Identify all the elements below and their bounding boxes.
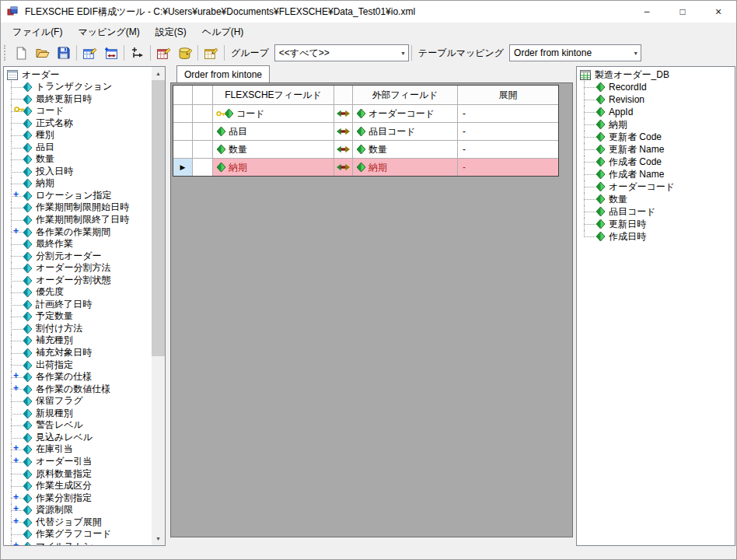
tree-connector [11,468,24,481]
tree-item[interactable]: オーダー分割状態 [4,275,152,287]
mapping-row[interactable]: 数量 [173,141,558,159]
tree-item[interactable]: 新規種別 [4,408,152,420]
menu-item[interactable]: ヘルプ(H) [194,23,252,41]
menu-item[interactable]: マッピング(M) [70,23,147,41]
edit-table-mapping-yellow-button[interactable] [201,43,222,64]
mapping-row[interactable]: コード [173,105,558,123]
tree-item[interactable]: 最終作業 [4,238,152,250]
field-icon [23,494,32,503]
tree-item[interactable]: 正式名称 [4,117,152,130]
scroll-down-icon[interactable]: ▼ [152,532,165,545]
minimize-button[interactable]: – [629,1,665,23]
tree-item[interactable]: 種別 [4,129,152,142]
external-field-cell[interactable]: 数量 [353,141,458,158]
tree-item[interactable]: オーダーコード [577,180,735,193]
row-selector-cell[interactable] [173,123,193,140]
tree-item[interactable]: 割付け方法 [4,323,152,335]
tree-item[interactable]: 原料数量指定 [4,468,152,481]
tree-item[interactable]: 警告レベル [4,419,152,432]
edit-table-mapping-blue-button[interactable] [79,43,100,64]
open-file-button[interactable] [32,43,53,64]
flexsche-field-cell[interactable]: コード [213,105,334,122]
expand-cell[interactable]: - [458,159,558,176]
tree-item[interactable]: 作業期間制限開始日時 [4,201,152,214]
tree-item[interactable]: Revision [577,93,735,106]
edit-record-mapping-red-button[interactable] [153,43,174,64]
mapping-row[interactable]: 品目 [173,123,558,141]
row-selector-cell[interactable]: ▶ [173,159,193,176]
expand-cell[interactable]: - [458,105,558,122]
new-table-mapping-arrow-button[interactable] [100,43,121,64]
tree-root-order[interactable]: オーダー [4,68,152,81]
tree-item[interactable]: RecordId [577,81,735,93]
expand-cell[interactable]: - [458,141,558,158]
tree-item[interactable]: 保留フラグ [4,395,152,408]
tree-item[interactable]: + 在庫引当 [4,443,152,456]
tree-item[interactable]: オーダー分割方法 [4,262,152,275]
tree-item[interactable]: 最終更新日時 [4,93,152,106]
tree-item[interactable]: + 各作業の作業期間 [4,226,152,239]
tree-item[interactable]: 出荷指定 [4,359,152,372]
tree-item[interactable]: 予定数量 [4,310,152,323]
group-combobox[interactable]: <<すべて>> ▼ [274,44,409,61]
menu-item[interactable]: 設定(S) [148,23,194,41]
new-file-button[interactable] [11,43,32,64]
flexsche-field-cell[interactable]: 納期 [213,159,334,176]
tree-item[interactable]: 更新者 Name [577,143,735,156]
tree-item[interactable]: 納期 [577,118,735,131]
tab-order-from-kintone[interactable]: Order from kintone [176,65,270,82]
tree-item[interactable]: + マイルストン [4,541,152,545]
row-selector-cell[interactable] [173,141,193,158]
menu-item[interactable]: ファイル(F) [5,23,70,41]
tree-item[interactable]: AppId [577,106,735,118]
tree-item[interactable]: 品目 [4,142,152,154]
external-field-cell[interactable]: オーダーコード [353,105,458,122]
tree-item[interactable]: 数量 [4,153,152,166]
tree-root-database[interactable]: 製造オーダー_DB [577,68,735,81]
tree-item[interactable]: + ロケーション指定 [4,190,152,202]
tree-item[interactable]: + 代替ジョブ展開 [4,516,152,529]
field-icon [217,163,225,172]
external-field-cell[interactable]: 納期 [353,159,458,176]
row-selector-cell[interactable] [173,105,193,122]
tree-item[interactable]: + 各作業の仕様 [4,371,152,383]
scroll-up-icon[interactable]: ▲ [152,67,165,80]
tree-item[interactable]: 作成者 Code [577,156,735,168]
tree-item[interactable]: 作業グラフコード [4,528,152,541]
scrollbar-thumb[interactable] [152,80,165,356]
tree-item[interactable]: 更新者 Code [577,131,735,143]
add-field-mapping-button[interactable] [127,43,148,64]
tree-item[interactable]: 作業期間制限終了日時 [4,214,152,226]
save-button[interactable] [53,43,74,64]
maximize-button[interactable]: □ [665,1,700,23]
tree-item[interactable]: 補充種別 [4,334,152,347]
tree-item[interactable]: + 各作業の数値仕様 [4,383,152,396]
tree-item[interactable]: 分割元オーダー [4,250,152,263]
tree-item[interactable]: + 作業分割指定 [4,492,152,505]
flexsche-field-cell[interactable]: 品目 [213,123,334,140]
tree-item[interactable]: 納期 [4,177,152,190]
tree-item[interactable]: コード [4,105,152,117]
tree-item[interactable]: 作成日時 [577,230,735,243]
tree-item[interactable]: + 資源制限 [4,504,152,516]
flexsche-field-cell[interactable]: 数量 [213,141,334,158]
expand-cell[interactable]: - [458,123,558,140]
tree-item[interactable]: 更新日時 [577,218,735,230]
tree-item[interactable]: 作業生成区分 [4,480,152,492]
mapping-row[interactable]: ▶ 納期 [173,159,558,176]
tree-item[interactable]: トランザクション [4,81,152,93]
tree-item[interactable]: 計画終了日時 [4,299,152,311]
tree-item[interactable]: 投入日時 [4,166,152,178]
tree-item[interactable]: 補充対象日時 [4,347,152,359]
left-tree-scrollbar[interactable]: ▲ ▼ [152,67,165,545]
external-field-cell[interactable]: 品目コード [353,123,458,140]
tree-item[interactable]: 品目コード [577,205,735,218]
tree-item[interactable]: 作成者 Name [577,168,735,180]
close-button[interactable]: × [700,1,736,23]
tree-item[interactable]: 優先度 [4,286,152,299]
tree-item[interactable]: + オーダー引当 [4,456,152,468]
edit-database-button[interactable] [174,43,195,64]
tree-item[interactable]: 見込みレベル [4,432,152,444]
table-mapping-combobox[interactable]: Order from kintone ▼ [509,44,641,61]
tree-item[interactable]: 数量 [577,193,735,205]
